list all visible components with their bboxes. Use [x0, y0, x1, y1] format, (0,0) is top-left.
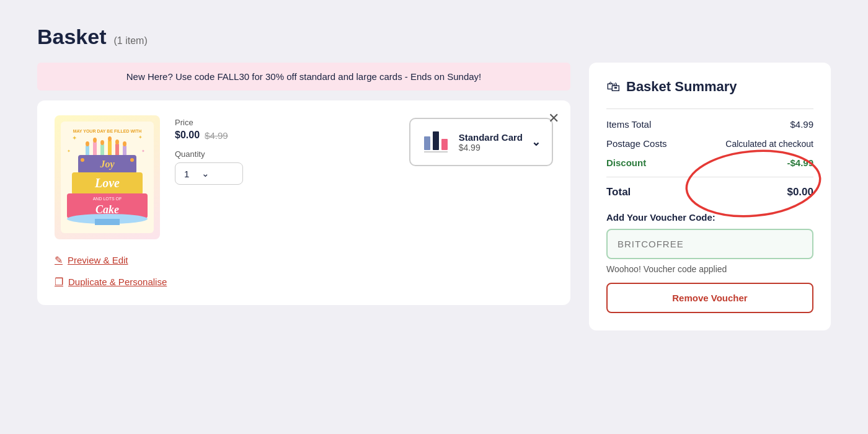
discount-value: -$4.99: [787, 157, 813, 168]
svg-point-20: [81, 158, 84, 162]
basket-icon: 🛍: [606, 79, 620, 95]
card-type-price: $4.99: [459, 143, 523, 153]
voucher-applied-text: Woohoo! Voucher code applied: [606, 264, 813, 274]
svg-point-16: [115, 140, 119, 144]
items-total-value: $4.99: [790, 119, 813, 130]
quantity-selector[interactable]: 1 ⌄: [175, 162, 243, 185]
basket-item-card: ✕ MAY YOUR DAY BE FILLED WITH ✦ ✦ ✦ ✦: [37, 100, 570, 305]
svg-rect-10: [115, 143, 119, 156]
svg-rect-31: [441, 139, 448, 150]
remove-voucher-button[interactable]: Remove Voucher: [606, 283, 813, 313]
svg-point-14: [100, 140, 104, 145]
postage-row: Postage Costs Calculated at checkout: [606, 138, 813, 149]
price-label: Price: [175, 118, 394, 127]
card-type-icon: [422, 128, 450, 156]
discount-label: Discount: [606, 157, 646, 168]
quantity-chevron-icon: ⌄: [202, 168, 210, 179]
page-title: Basket: [37, 25, 107, 49]
svg-text:✦: ✦: [67, 149, 71, 153]
price-original: $4.99: [205, 130, 228, 141]
quantity-label: Quantity: [175, 149, 394, 159]
card-image: MAY YOUR DAY BE FILLED WITH ✦ ✦ ✦ ✦: [55, 115, 160, 239]
right-panel: 🛍 Basket Summary Items Total $4.99 Posta…: [589, 63, 831, 330]
discount-row: Discount -$4.99: [606, 157, 813, 168]
svg-rect-30: [433, 131, 439, 150]
svg-rect-8: [100, 144, 104, 156]
svg-rect-7: [93, 141, 97, 156]
svg-point-15: [108, 136, 112, 141]
main-layout: New Here? Use code FALL30 for 30% off st…: [37, 63, 831, 330]
price-row: $0.00 $4.99: [175, 130, 394, 141]
card-type-info: Standard Card $4.99: [459, 132, 523, 153]
svg-text:AND LOTS OF: AND LOTS OF: [93, 197, 122, 201]
svg-point-17: [123, 141, 126, 146]
svg-point-13: [93, 138, 97, 143]
item-count: (1 item): [114, 35, 148, 46]
summary-header: 🛍 Basket Summary: [606, 79, 813, 95]
svg-rect-32: [424, 151, 448, 153]
remove-voucher-label: Remove Voucher: [672, 293, 747, 303]
voucher-input[interactable]: [606, 229, 813, 259]
preview-edit-link[interactable]: ✎ Preview & Edit: [55, 254, 553, 266]
price-current: $0.00: [175, 130, 200, 141]
svg-text:✦: ✦: [72, 135, 77, 141]
svg-point-12: [86, 141, 89, 146]
card-type-name: Standard Card: [459, 132, 523, 143]
duplicate-icon: ❐: [55, 276, 63, 288]
quantity-value: 1: [184, 169, 189, 179]
total-value: $0.00: [787, 186, 813, 198]
edit-icon: ✎: [55, 254, 63, 266]
total-label: Total: [606, 186, 631, 198]
svg-rect-28: [95, 219, 120, 225]
svg-text:✦: ✦: [138, 135, 143, 140]
item-top-row: MAY YOUR DAY BE FILLED WITH ✦ ✦ ✦ ✦: [55, 115, 553, 239]
svg-text:✦: ✦: [141, 149, 145, 153]
items-total-row: Items Total $4.99: [606, 119, 813, 130]
promo-text: New Here? Use code FALL30 for 30% off st…: [126, 71, 482, 82]
items-total-label: Items Total: [606, 119, 651, 130]
svg-rect-11: [123, 145, 126, 156]
promo-banner: New Here? Use code FALL30 for 30% off st…: [37, 63, 570, 91]
card-type-chevron-icon: ⌄: [531, 135, 541, 149]
voucher-section: Add Your Voucher Code: Woohoo! Voucher c…: [606, 212, 813, 313]
duplicate-label: Duplicate & Personalise: [68, 277, 167, 287]
postage-label: Postage Costs: [606, 138, 667, 149]
duplicate-personalise-link[interactable]: ❐ Duplicate & Personalise: [55, 276, 553, 288]
svg-rect-6: [86, 145, 89, 156]
svg-rect-9: [108, 140, 112, 156]
svg-text:MAY YOUR DAY BE FILLED WITH: MAY YOUR DAY BE FILLED WITH: [73, 129, 142, 133]
item-details: Price $0.00 $4.99 Quantity 1 ⌄: [175, 115, 394, 185]
svg-point-21: [130, 158, 134, 162]
postage-value: Calculated at checkout: [725, 139, 813, 149]
svg-rect-29: [424, 136, 430, 150]
summary-card: 🛍 Basket Summary Items Total $4.99 Posta…: [589, 63, 831, 330]
remove-item-button[interactable]: ✕: [548, 112, 559, 125]
preview-edit-label: Preview & Edit: [68, 255, 128, 265]
total-row: Total $0.00: [606, 177, 813, 198]
item-actions: ✎ Preview & Edit ❐ Duplicate & Personali…: [55, 254, 553, 288]
card-type-selector[interactable]: Standard Card $4.99 ⌄: [409, 118, 553, 166]
left-panel: New Here? Use code FALL30 for 30% off st…: [37, 63, 570, 305]
summary-divider: [606, 108, 813, 109]
svg-text:Love: Love: [94, 176, 120, 190]
voucher-label: Add Your Voucher Code:: [606, 212, 813, 223]
summary-title: Basket Summary: [626, 79, 737, 95]
discount-total-wrapper: Discount -$4.99 Total $0.00: [606, 157, 813, 198]
svg-text:Joy: Joy: [99, 159, 115, 170]
